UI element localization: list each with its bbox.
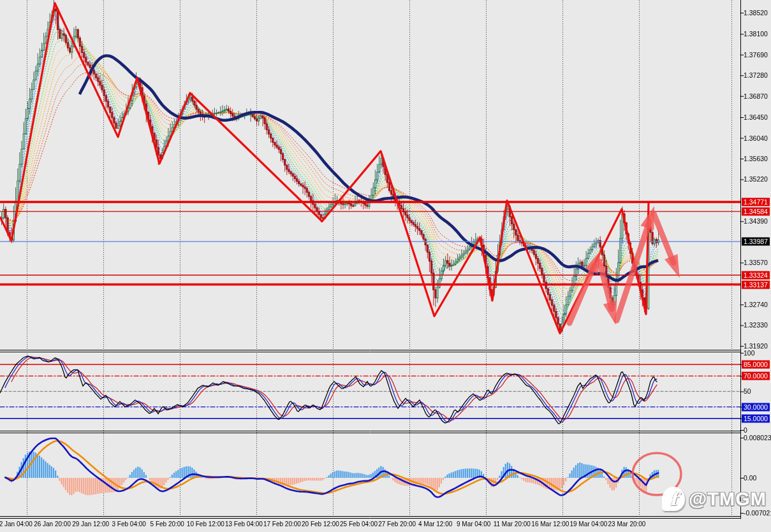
price-level-badge: 1.34771 [742, 198, 770, 206]
macd-tick-label: 0.00 [744, 474, 756, 482]
price-tick-label: 1.35630 [744, 155, 768, 162]
time-tick-label: 4 Mar 12:00 [418, 521, 452, 528]
price-tick-label: 1.35220 [744, 175, 768, 183]
mt4-chart-window: 1.385201.381001.376901.372801.368701.364… [0, 0, 771, 532]
price-tick-label: 1.36450 [744, 113, 768, 121]
time-tick-label: 9 Mar 04:00 [457, 521, 490, 528]
price-tick-label: 1.36870 [744, 92, 768, 100]
time-tick-label: 27 Feb 20:00 [378, 521, 416, 528]
price-tick-label: 1.38100 [744, 30, 768, 38]
time-tick-label: 29 Jan 12:00 [72, 521, 109, 528]
oscillator-tick-label: 50 [744, 387, 751, 395]
macd-tick-label: 0.0080237 [744, 434, 771, 442]
price-tick-label: 1.32740 [744, 301, 768, 308]
price-tick-label: 1.38520 [744, 9, 768, 17]
time-tick-label: 19 Mar 04:00 [569, 521, 607, 528]
price-level-badge: 1.33987 [742, 238, 770, 246]
price-tick-label: 1.36040 [744, 134, 768, 142]
price-tick-label: 1.37280 [744, 71, 768, 79]
price-level-badge: 1.33137 [742, 280, 770, 289]
time-tick-label: 22 Jan 04:00 [0, 521, 33, 528]
price-tick-label: 1.37690 [744, 51, 768, 59]
time-tick-label: 23 Mar 20:00 [608, 521, 645, 528]
time-tick-label: 26 Jan 20:00 [34, 521, 71, 528]
time-tick-label: 10 Feb 12:00 [187, 521, 224, 528]
oscillator-level-badge: 15.0000 [742, 414, 770, 422]
time-tick-label: 20 Feb 12:00 [302, 521, 339, 528]
time-tick-label: 17 Feb 20:00 [263, 521, 301, 528]
oscillator-tick-label: 100 [744, 349, 755, 357]
price-tick-label: 1.32330 [744, 321, 768, 329]
price-level-badge: 1.33324 [742, 271, 770, 279]
time-tick-label: 11 Mar 20:00 [494, 521, 531, 528]
time-axis[interactable]: 22 Jan 04:0026 Jan 20:0029 Jan 12:003 Fe… [0, 518, 740, 532]
oscillator-level-badge: 30.0000 [742, 403, 770, 411]
time-tick-label: 16 Mar 12:00 [531, 521, 569, 528]
price-tick-label: 1.33570 [744, 259, 768, 266]
chart-canvas[interactable] [0, 0, 771, 532]
watermark-handle: @TMGM [689, 489, 767, 510]
time-tick-label: 5 Feb 20:00 [151, 521, 184, 528]
watermark: f @TMGM [662, 487, 767, 511]
oscillator-tick-label: 0 [744, 426, 747, 434]
time-tick-label: 3 Feb 04:00 [112, 521, 145, 528]
oscillator-level-badge: 85.0000 [742, 360, 770, 368]
oscillator-level-badge: 70.0000 [742, 372, 770, 380]
time-tick-label: 25 Feb 04:00 [340, 521, 378, 528]
price-tick-label: 1.34390 [744, 217, 768, 225]
time-tick-label: 13 Feb 04:00 [225, 521, 263, 528]
tmgm-logo-icon: f [662, 487, 685, 511]
price-level-badge: 1.34584 [742, 207, 770, 215]
